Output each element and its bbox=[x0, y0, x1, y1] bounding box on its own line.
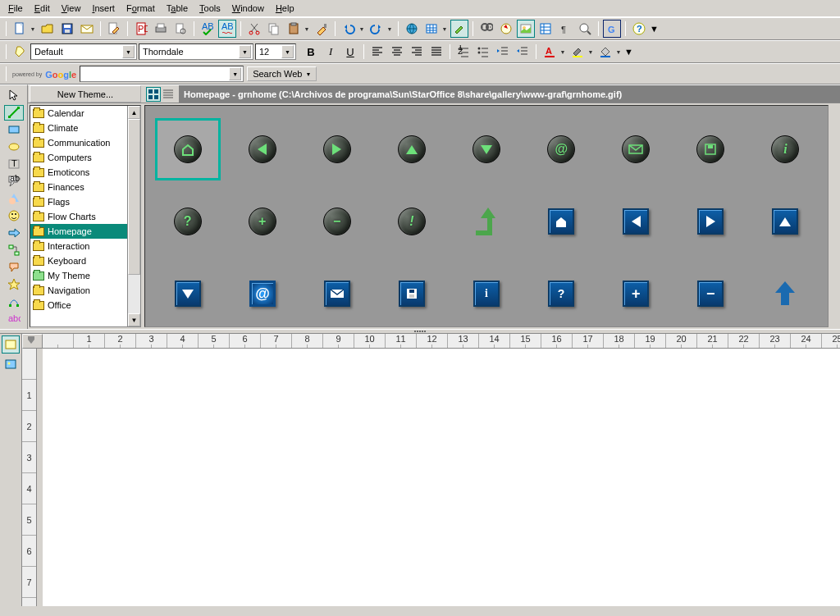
vertical-ruler[interactable]: 1234567 bbox=[22, 349, 37, 606]
align-left-button[interactable] bbox=[368, 43, 386, 61]
callouts-tool[interactable] bbox=[4, 259, 24, 275]
bgcolor-dropdown[interactable]: ▼ bbox=[614, 43, 623, 61]
bold-button[interactable]: B bbox=[302, 43, 320, 61]
edit-doc-button[interactable] bbox=[105, 20, 123, 38]
find-button[interactable] bbox=[477, 20, 495, 38]
paste-dropdown[interactable]: ▼ bbox=[303, 20, 311, 38]
gallery-button[interactable] bbox=[517, 20, 535, 38]
menu-insert[interactable]: Insert bbox=[87, 2, 120, 15]
list-view-button[interactable] bbox=[161, 87, 176, 102]
font-name-arrow[interactable]: ▼ bbox=[239, 45, 251, 58]
line-tool[interactable] bbox=[4, 105, 24, 121]
thumb-blue-down[interactable] bbox=[155, 262, 221, 325]
table-dropdown[interactable]: ▼ bbox=[441, 20, 449, 38]
datasources-button[interactable] bbox=[536, 20, 555, 38]
decrease-indent-button[interactable] bbox=[494, 43, 512, 61]
styles-button[interactable] bbox=[11, 43, 29, 61]
insert-image-button[interactable] bbox=[2, 355, 20, 373]
thumb-right[interactable] bbox=[304, 118, 370, 180]
print-preview-button[interactable] bbox=[171, 20, 189, 38]
align-right-button[interactable] bbox=[408, 43, 426, 61]
align-justify-button[interactable] bbox=[427, 43, 445, 61]
thumb-minus[interactable]: − bbox=[304, 190, 370, 253]
fontwork-tool[interactable]: abc bbox=[4, 311, 24, 326]
paragraph-style-arrow[interactable]: ▼ bbox=[122, 45, 135, 58]
google-search-arrow[interactable]: ▼ bbox=[229, 67, 241, 80]
help-button[interactable]: ? bbox=[630, 20, 648, 38]
thumb-blue-mail[interactable] bbox=[304, 262, 370, 325]
horizontal-ruler[interactable]: 1234567891011121314151617181920212223242… bbox=[43, 334, 840, 349]
thumb-blue-info[interactable]: i bbox=[454, 262, 519, 325]
google-search-input[interactable]: ▼ bbox=[80, 66, 244, 82]
thumb-blue-right[interactable] bbox=[678, 190, 743, 253]
thumb-plus[interactable]: + bbox=[230, 190, 295, 253]
thumb-blue-minus[interactable]: − bbox=[678, 262, 743, 325]
thumb-blue-plus[interactable]: + bbox=[603, 262, 669, 325]
rect-tool[interactable] bbox=[4, 122, 24, 138]
menu-help[interactable]: Help bbox=[271, 2, 299, 15]
zoom-button[interactable] bbox=[576, 20, 594, 38]
thumb-blue-question[interactable]: ? bbox=[528, 262, 594, 325]
highlight-button[interactable] bbox=[568, 43, 587, 61]
new-doc-button[interactable] bbox=[11, 20, 29, 38]
format-toolbar-options[interactable]: ▼ bbox=[624, 47, 633, 57]
nonprint-chars-button[interactable]: ¶ bbox=[556, 20, 574, 38]
font-size-arrow[interactable]: ▼ bbox=[281, 45, 294, 58]
print-direct-button[interactable] bbox=[152, 20, 170, 38]
thumb-at[interactable]: @ bbox=[528, 118, 594, 180]
hyperlink-button[interactable] bbox=[403, 20, 421, 38]
open-button[interactable] bbox=[39, 20, 57, 38]
align-center-button[interactable] bbox=[388, 43, 406, 61]
font-size-combo[interactable]: 12▼ bbox=[255, 43, 296, 60]
font-color-dropdown[interactable]: ▼ bbox=[559, 43, 567, 61]
thumb-home[interactable] bbox=[155, 118, 221, 180]
new-doc-dropdown[interactable]: ▼ bbox=[29, 20, 37, 38]
select-tool[interactable] bbox=[4, 88, 24, 103]
show-draw-button[interactable] bbox=[450, 20, 468, 38]
insert-frame-button[interactable] bbox=[2, 335, 20, 354]
thumb-blue-disk[interactable] bbox=[379, 262, 445, 325]
number-list-button[interactable]: 12 bbox=[454, 43, 472, 61]
thumb-blue-up-arrow[interactable] bbox=[752, 262, 818, 325]
thumb-blue-at[interactable]: @ bbox=[230, 262, 295, 325]
block-arrows-tool[interactable] bbox=[4, 225, 24, 240]
save-button[interactable] bbox=[58, 20, 76, 38]
menu-edit[interactable]: Edit bbox=[30, 2, 55, 15]
navigator-button[interactable] bbox=[497, 20, 515, 38]
redo-dropdown[interactable]: ▼ bbox=[386, 20, 394, 38]
menu-file[interactable]: File bbox=[3, 2, 28, 15]
italic-button[interactable]: I bbox=[322, 43, 340, 61]
thumb-blue-home[interactable] bbox=[528, 190, 594, 253]
undo-button[interactable] bbox=[340, 20, 358, 38]
menu-format[interactable]: Format bbox=[121, 2, 160, 15]
underline-button[interactable]: U bbox=[341, 43, 359, 61]
google-g-button[interactable]: G bbox=[603, 20, 621, 38]
copy-button[interactable] bbox=[265, 20, 283, 38]
email-button[interactable] bbox=[78, 20, 96, 38]
theme-list[interactable]: Calendar Climate Communication Computers… bbox=[30, 105, 141, 327]
font-color-button[interactable]: A bbox=[541, 43, 559, 61]
thumb-grn-up-arrow[interactable] bbox=[454, 190, 519, 253]
stars-tool[interactable] bbox=[4, 276, 24, 292]
new-theme-button[interactable]: New Theme... bbox=[30, 85, 141, 103]
pdf-export-button[interactable]: PDF bbox=[132, 20, 150, 38]
ellipse-tool[interactable] bbox=[4, 139, 24, 155]
spellcheck-button[interactable]: ABC bbox=[199, 20, 217, 38]
toolbar-options-dropdown[interactable]: ▼ bbox=[650, 24, 659, 34]
increase-indent-button[interactable] bbox=[514, 43, 532, 61]
autospell-button[interactable]: ABC bbox=[218, 20, 236, 38]
callout-tool[interactable]: abc bbox=[4, 174, 24, 189]
flowchart-tool[interactable] bbox=[4, 242, 24, 258]
cut-button[interactable] bbox=[245, 20, 263, 38]
thumb-up[interactable] bbox=[379, 118, 445, 180]
highlight-dropdown[interactable]: ▼ bbox=[587, 43, 595, 61]
text-tool[interactable]: T bbox=[4, 157, 24, 172]
thumb-mail[interactable] bbox=[603, 118, 669, 180]
font-name-combo[interactable]: Thorndale▼ bbox=[139, 43, 253, 60]
thumb-info[interactable]: i bbox=[752, 118, 818, 180]
thumb-left[interactable] bbox=[230, 118, 295, 180]
thumb-disk[interactable] bbox=[678, 118, 743, 180]
bullet-list-button[interactable] bbox=[474, 43, 492, 61]
basic-shapes-tool[interactable] bbox=[4, 191, 24, 207]
thumb-exclaim[interactable]: ! bbox=[379, 190, 445, 253]
